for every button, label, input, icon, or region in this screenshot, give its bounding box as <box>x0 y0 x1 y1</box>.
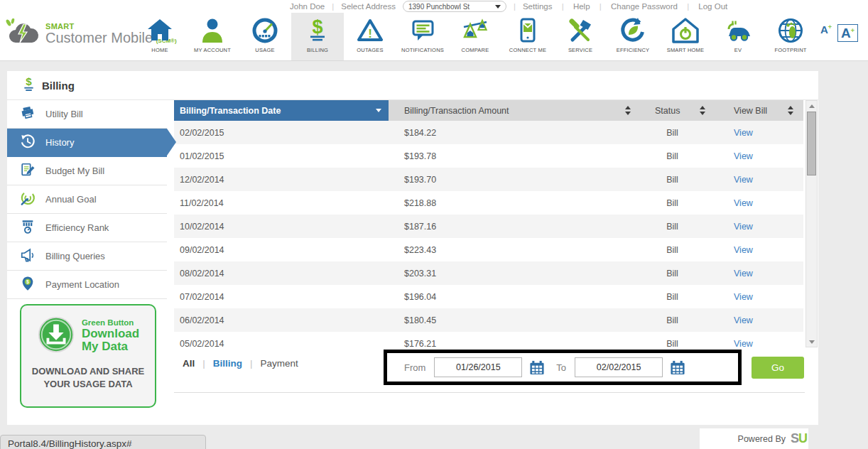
nav-item-ev[interactable]: EV <box>712 13 764 60</box>
view-bill-link[interactable]: View <box>734 222 753 232</box>
from-calendar-icon[interactable] <box>528 359 546 376</box>
column-header-status[interactable]: Status <box>641 100 714 121</box>
nav-item-connect-me[interactable]: CONNECT ME <box>501 13 554 60</box>
scrollbar-thumb[interactable] <box>807 112 816 175</box>
ev-icon <box>724 16 752 45</box>
cell-status: Bill <box>641 151 714 161</box>
view-bill-link[interactable]: View <box>734 339 753 348</box>
separator: | <box>685 2 691 11</box>
nav-item-my-account[interactable]: MY ACCOUNT <box>186 13 239 60</box>
go-button[interactable]: Go <box>752 357 804 379</box>
view-bill-link[interactable]: View <box>734 315 753 325</box>
nav-item-outages[interactable]: !OUTAGES <box>344 13 396 60</box>
column-header-date[interactable]: Billing/Transaction Date <box>174 100 389 121</box>
topbar-link-log-out[interactable]: Log Out <box>698 2 727 11</box>
column-header-viewbill[interactable]: View Bill <box>714 100 803 121</box>
cell-view: View <box>714 128 803 138</box>
select-address-label: Select Address <box>341 2 396 11</box>
view-bill-link[interactable]: View <box>734 245 753 255</box>
separator: | <box>560 2 566 11</box>
table-header: Billing/Transaction Date Billing/Transac… <box>174 100 803 121</box>
efficiency-icon <box>619 16 647 45</box>
sidebar-item-payment-location[interactable]: $Payment Location <box>7 271 167 299</box>
sidebar-item-budget-my-bill[interactable]: Budget My Bill <box>7 157 167 185</box>
to-calendar-icon[interactable] <box>668 359 687 376</box>
sidebar-item-annual-goal[interactable]: Annual Goal <box>7 185 167 214</box>
green-button-download-box[interactable]: Green Button Download My Data DOWNLOAD A… <box>20 304 156 408</box>
view-bill-link[interactable]: View <box>734 151 753 161</box>
nav-item-compare[interactable]: COMPARE <box>449 13 501 60</box>
address-dropdown[interactable]: 1390 Punchbowl St <box>403 1 506 12</box>
table-row: 11/02/2014$218.88BillView <box>174 191 803 215</box>
cell-amount: $187.16 <box>389 222 641 232</box>
filter-tab-billing[interactable]: Billing <box>213 358 242 369</box>
svg-text:!: ! <box>368 27 372 40</box>
history-icon <box>20 134 36 152</box>
nav-item-notifications[interactable]: NOTIFICATIONS <box>396 13 449 60</box>
view-bill-link[interactable]: View <box>734 128 753 138</box>
to-date-input[interactable] <box>575 357 663 377</box>
bill-printer-icon <box>20 105 36 124</box>
cell-date: 05/02/2014 <box>174 339 389 348</box>
nav-item-label: MY ACCOUNT <box>194 47 231 53</box>
topbar-link-settings[interactable]: Settings <box>523 2 553 11</box>
nav-item-usage[interactable]: USAGE <box>239 13 291 60</box>
sidebar-item-billing-queries[interactable]: Billing Queries <box>7 242 167 271</box>
cell-view: View <box>714 269 803 278</box>
nav-item-home[interactable]: HOME <box>134 13 186 60</box>
account-icon <box>198 16 227 45</box>
topbar-link-change-password[interactable]: Change Password <box>611 2 678 11</box>
cell-amount: $193.78 <box>389 151 641 161</box>
nav-item-label: HOME <box>151 47 168 53</box>
date-range-highlight-box: From To <box>384 350 742 385</box>
sidebar-item-utility-bill[interactable]: Utility Bill <box>7 100 167 129</box>
font-size-controls: A+ A+ <box>820 24 858 42</box>
cell-amount: $196.04 <box>389 292 641 302</box>
transaction-type-tabs: All|Billing|Payment <box>183 358 298 369</box>
view-bill-link[interactable]: View <box>734 292 753 302</box>
nav-item-billing[interactable]: $BILLING <box>291 13 344 60</box>
view-bill-link[interactable]: View <box>734 269 753 278</box>
cell-date: 12/02/2014 <box>174 175 389 185</box>
table-scrollbar[interactable] <box>805 100 818 347</box>
filter-tab-payment[interactable]: Payment <box>261 358 298 369</box>
table-row: 01/02/2015$193.78BillView <box>174 144 803 168</box>
topbar-link-help[interactable]: Help <box>573 2 590 11</box>
goal-icon <box>20 190 36 209</box>
nav-item-footprint[interactable]: FOOTPRINT <box>764 13 817 60</box>
cell-status: Bill <box>641 339 714 348</box>
nav-item-label: SMART HOME <box>667 47 705 53</box>
nav-item-efficiency[interactable]: EFFICIENCY <box>607 13 659 60</box>
billing-history-screen: John Doe | Select Address 1390 Punchbowl… <box>0 0 868 449</box>
cell-amount: $218.88 <box>389 198 641 208</box>
scroll-down-icon[interactable] <box>806 337 817 347</box>
nav-item-label: FOOTPRINT <box>774 47 806 53</box>
sidebar-item-history[interactable]: History <box>7 129 167 157</box>
nav-item-service[interactable]: SERVICE <box>554 13 607 60</box>
cell-date: 08/02/2014 <box>174 269 389 278</box>
font-increase-button[interactable]: A+ <box>837 24 858 42</box>
sidebar-item-label: History <box>45 137 74 148</box>
view-bill-link[interactable]: View <box>734 175 753 185</box>
billing-sidebar: Utility BillHistoryBudget My BillAnnual … <box>7 100 167 299</box>
cell-date: 02/02/2015 <box>174 128 389 138</box>
budget-icon <box>20 162 36 180</box>
service-icon <box>566 16 595 45</box>
sort-icon <box>625 106 631 115</box>
cell-date: 11/02/2014 <box>174 198 389 208</box>
sidebar-item-label: Billing Queries <box>45 251 105 261</box>
scroll-up-icon[interactable] <box>806 101 817 111</box>
cell-status: Bill <box>641 315 714 325</box>
cell-status: Bill <box>641 175 714 185</box>
view-bill-link[interactable]: View <box>734 198 753 208</box>
sidebar-item-efficiency-rank[interactable]: Efficiency Rank <box>7 214 167 242</box>
filter-tab-all[interactable]: All <box>183 358 195 369</box>
billing-history-table: Billing/Transaction Date Billing/Transac… <box>174 100 803 347</box>
from-date-input[interactable] <box>434 357 522 377</box>
cell-amount: $184.22 <box>389 128 641 138</box>
separator: | <box>250 358 253 369</box>
nav-items: HOMEMY ACCOUNTUSAGE$BILLING!OUTAGESNOTIF… <box>134 13 817 60</box>
nav-item-smart-home[interactable]: SMART HOME <box>659 13 712 60</box>
column-header-amount[interactable]: Billing/Transaction Amount <box>389 100 641 121</box>
font-decrease-button[interactable]: A+ <box>820 24 832 35</box>
